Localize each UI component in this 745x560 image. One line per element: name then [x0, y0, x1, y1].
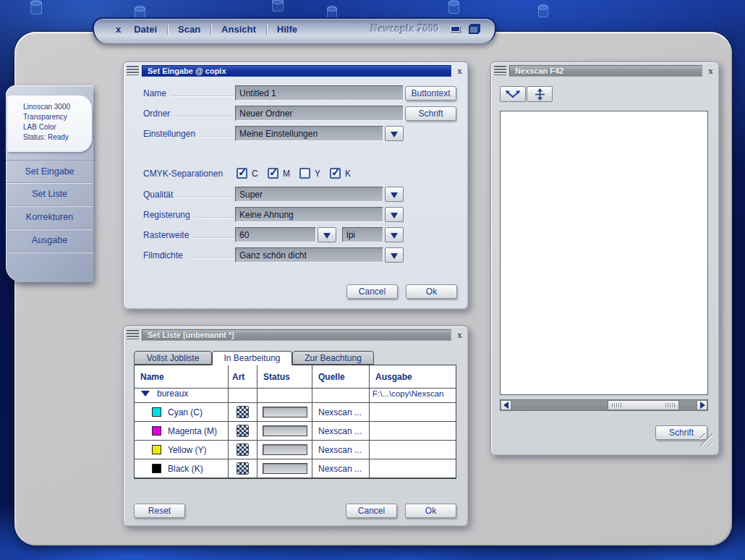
sidebar-item-korrekturen[interactable]: Korrekturen	[6, 206, 93, 229]
background-decoration	[538, 6, 548, 17]
rasterweite-dropdown[interactable]: 60	[235, 227, 336, 242]
scrollbar-thumb[interactable]	[608, 400, 679, 410]
color-swatch	[152, 407, 161, 417]
filmdichte-dropdown[interactable]: Ganz schön dicht	[235, 247, 404, 263]
close-icon[interactable]: x	[454, 65, 465, 77]
chevron-down-icon[interactable]	[385, 187, 404, 202]
job-name: Black (K)	[168, 464, 203, 474]
qualitaet-dropdown[interactable]: Super	[235, 187, 404, 202]
art-cell	[229, 441, 257, 459]
halftone-icon	[237, 425, 249, 437]
cmyk-checkbox-c[interactable]: C	[237, 168, 258, 179]
quelle-cell: Nexscan ...	[312, 422, 370, 441]
vertical-measure-tool-button[interactable]	[527, 86, 553, 102]
window-grip-icon[interactable]	[494, 66, 506, 75]
chevron-down-icon[interactable]	[318, 227, 336, 242]
checkbox-icon[interactable]	[299, 168, 310, 179]
name-input[interactable]	[235, 85, 404, 101]
tab-in-bearbeitung[interactable]: In Bearbeitung	[212, 351, 292, 365]
menu-item-scan[interactable]: Scan	[178, 24, 200, 35]
cmyk-checkbox-k[interactable]: K	[330, 168, 351, 179]
nexscan-titlebar[interactable]: Nexscan F42 x	[494, 64, 716, 77]
menu-item-datei[interactable]: Datei	[134, 24, 157, 35]
qualitaet-value: Super	[235, 187, 383, 202]
nexscan-window: Nexscan F42 x	[490, 61, 720, 456]
scroll-right-arrow-icon[interactable]	[697, 400, 707, 410]
registerung-dropdown[interactable]: Keine Ahnung	[235, 207, 404, 222]
set-eingabe-window: Set Eingabe @ copix x Name Buttontext Or…	[123, 61, 469, 310]
cancel-button[interactable]: Cancel	[346, 504, 397, 518]
scan-preview-area[interactable]	[500, 111, 708, 395]
einstellungen-dropdown[interactable]: Meine Einstellungen	[235, 126, 404, 141]
cmyk-checkbox-y[interactable]: Y	[299, 168, 320, 179]
sidebar-item-ausgabe[interactable]: Ausgabe	[6, 229, 93, 253]
ordner-label: Ordner	[143, 109, 234, 119]
checkbox-label: M	[283, 169, 290, 179]
angle-measure-tool-button[interactable]	[500, 86, 526, 102]
group-status-cell	[257, 384, 312, 403]
window-grip-icon[interactable]	[127, 66, 139, 75]
close-icon[interactable]: x	[454, 329, 465, 341]
checkbox-icon[interactable]	[237, 168, 247, 179]
chevron-down-icon[interactable]	[385, 247, 404, 263]
menu-item-ansicht[interactable]: Ansicht	[221, 24, 256, 35]
scanner-status: Status: Ready	[23, 132, 89, 143]
job-row-black[interactable]: Black (K)	[135, 459, 229, 478]
quelle-cell: Nexscan ...	[312, 459, 370, 478]
chevron-down-icon[interactable]	[385, 126, 404, 141]
reset-button[interactable]: Reset	[134, 504, 185, 518]
window-title[interactable]: Nexscan F42	[509, 65, 702, 77]
job-name: Yellow (Y)	[168, 445, 207, 455]
job-name: Cyan (C)	[168, 407, 203, 417]
close-icon[interactable]: x	[705, 65, 716, 77]
sidebar-item-set-liste[interactable]: Set Liste	[6, 183, 93, 206]
name-label: Name	[143, 88, 234, 98]
ausgabe-cell	[370, 403, 456, 422]
rasterweite-unit-dropdown[interactable]: lpi	[342, 227, 404, 242]
job-table: Name Art Status Quelle Ausgabe bureaux F…	[134, 365, 456, 479]
horizontal-scrollbar[interactable]	[500, 399, 708, 411]
ordner-input[interactable]	[235, 106, 404, 121]
window-title[interactable]: Set Eingabe @ copix	[142, 65, 451, 77]
sidebar-item-set-eingabe[interactable]: Set Eingabe	[6, 160, 93, 183]
set-liste-window: Set Liste [unbenannt *] x Vollst Joblist…	[123, 326, 469, 527]
ausgabe-cell	[370, 441, 456, 459]
window-title[interactable]: Set Liste [unbenannt *]	[142, 329, 451, 341]
chevron-down-icon[interactable]	[385, 207, 404, 222]
registerung-label: Registerung	[143, 210, 234, 220]
job-row-yellow[interactable]: Yellow (Y)	[135, 441, 229, 459]
vertical-arrows-icon	[535, 88, 545, 101]
tab-vollst-jobliste[interactable]: Vollst Jobliste	[134, 351, 212, 365]
scroll-left-arrow-icon[interactable]	[501, 400, 511, 410]
job-group-row[interactable]: bureaux	[135, 384, 229, 403]
cancel-button[interactable]: Cancel	[346, 284, 398, 299]
resize-grip-icon[interactable]	[700, 433, 713, 446]
halftone-icon	[237, 462, 249, 475]
restore-window-icon[interactable]	[469, 24, 480, 34]
set-liste-titlebar[interactable]: Set Liste [unbenannt *] x	[127, 328, 465, 341]
expand-triangle-icon[interactable]	[141, 391, 150, 396]
job-name: Magenta (M)	[168, 426, 217, 436]
background-decoration	[272, 0, 284, 12]
ausgabe-cell	[370, 459, 456, 478]
tab-zur-beachtung[interactable]: Zur Beachtung	[292, 351, 374, 365]
progress-bar	[263, 444, 307, 455]
job-row-cyan[interactable]: Cyan (C)	[135, 403, 229, 422]
menu-item-hilfe[interactable]: Hilfe	[277, 24, 297, 35]
ok-button[interactable]: Ok	[406, 284, 457, 299]
cmyk-checkbox-m[interactable]: M	[268, 168, 290, 179]
ok-button[interactable]: Ok	[405, 504, 456, 518]
sidebar-menu: Set Eingabe Set Liste Korrekturen Ausgab…	[6, 160, 93, 253]
buttontext-button[interactable]: Buttontext	[405, 86, 456, 101]
set-eingabe-titlebar[interactable]: Set Eingabe @ copix x	[127, 64, 465, 77]
app-close-button[interactable]: x	[116, 24, 121, 35]
schrift-button[interactable]: Schrift	[405, 106, 456, 121]
chevron-down-icon[interactable]	[385, 227, 404, 242]
checkbox-icon[interactable]	[268, 168, 278, 179]
window-grip-icon[interactable]	[127, 330, 139, 339]
status-cell	[257, 459, 312, 478]
minimize-icon[interactable]	[451, 26, 460, 32]
checkbox-icon[interactable]	[330, 168, 341, 179]
job-row-magenta[interactable]: Magenta (M)	[135, 422, 229, 441]
angle-arrows-icon	[506, 90, 520, 99]
